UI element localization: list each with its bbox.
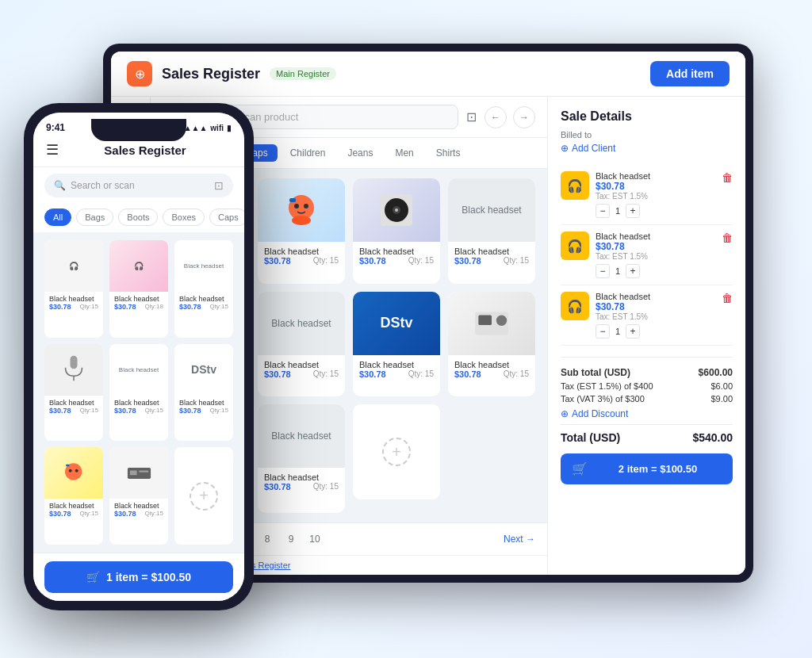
phone-product-name: Black headset (114, 295, 163, 303)
delete-item-button[interactable]: 🗑 (722, 231, 733, 244)
product-image: Black headset (258, 404, 345, 468)
product-card[interactable]: Black headset Black headset $30.78 Qty: … (258, 404, 345, 513)
product-card[interactable]: Black headset $30.78 Qty: 15 (448, 292, 535, 397)
total-row: Total (USD) $540.00 (561, 424, 733, 444)
phone-product-card[interactable]: Black headset Black headset $30.78 Qty:1… (174, 240, 233, 338)
phone-product-image: Black headset (109, 344, 168, 396)
hamburger-menu[interactable]: ☰ (46, 141, 59, 159)
sale-item-price: $30.78 (596, 241, 715, 252)
wifi-icon: wifi (210, 124, 224, 132)
qty-minus[interactable]: − (596, 264, 610, 278)
tax2-row: Tax (VAT 3%) of $300 $9.00 (561, 394, 733, 404)
phone-checkout-label: 1 item = $100.50 (106, 571, 191, 583)
phone-add-product-card[interactable]: + (174, 447, 233, 545)
phone-product-qty: Qty:15 (209, 407, 228, 415)
product-card[interactable]: Black headset $30.78 Qty: 15 (258, 178, 345, 284)
phone-product-card[interactable]: Black headset $30.78 Qty:15 (44, 344, 103, 442)
product-card[interactable]: Black headset Black headset $30.78 Qty: … (448, 178, 535, 284)
subtotal-value: $600.00 (699, 367, 733, 378)
phone-product-image (109, 447, 168, 499)
product-card[interactable]: Black headset $30.78 Qty: 15 (353, 178, 440, 284)
product-card[interactable]: Black headset Black headset $30.78 Qty: … (258, 292, 345, 397)
phone-product-price: $30.78 (49, 303, 71, 311)
sale-summary: Sub total (USD) $600.00 Tax (EST 1.5%) o… (561, 357, 733, 444)
billed-to-label: Billed to (561, 130, 733, 140)
product-name: Black headset (264, 472, 339, 482)
add-item-button[interactable]: Add item (650, 61, 730, 86)
phone-product-image: 🎧 (109, 240, 168, 292)
delete-item-button[interactable]: 🗑 (722, 292, 733, 304)
subtotal-label: Sub total (USD) (561, 367, 630, 378)
product-price: $30.78 (264, 369, 291, 379)
phone-product-name: Black headset (49, 399, 98, 407)
phone-product-price: $30.78 (49, 407, 71, 415)
phone-cat-boxes[interactable]: Boxes (163, 208, 205, 226)
tax2-label: Tax (VAT 3%) of $300 (561, 394, 645, 404)
phone-product-card[interactable]: 🎧 Black headset $30.78 Qty:18 (109, 240, 168, 338)
phone-cat-boots[interactable]: Boots (118, 208, 158, 226)
tablet-header: ⊕ Sales Register Main Register Add item (111, 52, 745, 97)
phone-product-card[interactable]: Black headset $30.78 Qty:15 (109, 447, 168, 545)
add-discount-button[interactable]: ⊕ Add Discount (561, 408, 733, 419)
qty-plus[interactable]: + (626, 204, 640, 218)
sale-item-image: 🎧 (561, 292, 589, 320)
phone-product-card[interactable]: 🎧 Black headset $30.78 Qty:15 (44, 240, 103, 338)
svg-point-3 (304, 204, 308, 208)
phone-product-qty: Qty:15 (144, 510, 163, 518)
phone-cat-bags[interactable]: Bags (76, 208, 113, 226)
prev-arrow[interactable]: ← (485, 106, 507, 128)
sale-details-panel: Sale Details Billed to ⊕ Add Client 🎧 Bl… (547, 97, 745, 575)
cat-tab-shirts[interactable]: Shirts (427, 144, 470, 162)
cat-tab-jeans[interactable]: Jeans (338, 144, 382, 162)
total-value: $540.00 (692, 431, 733, 444)
status-icons: ▲▲▲ wifi ▮ (184, 124, 232, 132)
add-client-button[interactable]: ⊕ Add Client (561, 143, 733, 154)
phone-search-field[interactable]: 🔍 Search or scan ⊡ (44, 174, 233, 197)
cat-tab-men[interactable]: Men (385, 144, 423, 162)
phone-product-grid: 🎧 Black headset $30.78 Qty:15 🎧 Black he… (33, 232, 244, 553)
cat-tab-children[interactable]: Children (281, 144, 335, 162)
qty-plus[interactable]: + (626, 264, 640, 278)
phone-product-qty: Qty:15 (209, 303, 228, 311)
next-arrow[interactable]: → (513, 106, 535, 128)
phone-device: 9:41 ▲▲▲ wifi ▮ ☰ Sales Register 🔍 Searc… (24, 103, 254, 610)
qty-minus[interactable]: − (596, 324, 610, 339)
page-10[interactable]: 10 (305, 530, 324, 549)
page-8[interactable]: 8 (258, 530, 277, 549)
qty-minus[interactable]: − (596, 204, 610, 218)
qty-value: 1 (613, 206, 622, 216)
product-name: Black headset (264, 247, 339, 256)
sale-item-price: $30.78 (596, 301, 715, 312)
phone-search-area: 🔍 Search or scan ⊡ (33, 167, 244, 204)
phone-product-name: Black headset (114, 399, 163, 407)
sale-item-name: Black headset (596, 171, 715, 181)
phone-product-card[interactable]: Black headset $30.78 Qty:15 (44, 447, 103, 545)
qty-plus[interactable]: + (626, 324, 640, 339)
phone-product-card[interactable]: DStv Black headset $30.78 Qty:15 (174, 344, 233, 442)
product-name: Black headset (454, 247, 529, 256)
svg-rect-25 (66, 464, 69, 466)
phone-product-name: Black headset (49, 295, 98, 303)
sale-item-image: 🎧 (561, 171, 589, 200)
add-product-card[interactable]: + (353, 404, 440, 499)
page-9[interactable]: 9 (282, 530, 301, 549)
svg-point-8 (395, 208, 398, 212)
phone-cat-all[interactable]: All (44, 208, 71, 226)
tablet-checkout-bar[interactable]: 🛒 2 item = $100.50 (561, 453, 733, 484)
phone-product-name: Black headset (114, 502, 163, 510)
delete-item-button[interactable]: 🗑 (722, 171, 733, 184)
phone-cat-caps[interactable]: Caps (209, 208, 244, 226)
tax1-label: Tax (EST 1.5%) of $400 (561, 381, 653, 391)
phone-product-image: DStv (174, 344, 233, 396)
phone-product-card[interactable]: Black headset Black headset $30.78 Qty:1… (109, 344, 168, 442)
product-card[interactable]: DStv Black headset $30.78 Qty: 15 (353, 292, 440, 397)
page-next[interactable]: Next → (504, 534, 535, 545)
qty-value: 1 (613, 266, 622, 276)
phone-checkout-button[interactable]: 🛒 1 item = $100.50 (44, 561, 233, 593)
total-label: Total (USD) (561, 431, 620, 444)
phone-product-qty: Qty:15 (144, 407, 163, 415)
signal-icon: ▲▲▲ (184, 124, 208, 132)
phone-product-price: $30.78 (114, 407, 136, 415)
svg-point-23 (69, 469, 72, 472)
svg-rect-20 (71, 356, 78, 369)
